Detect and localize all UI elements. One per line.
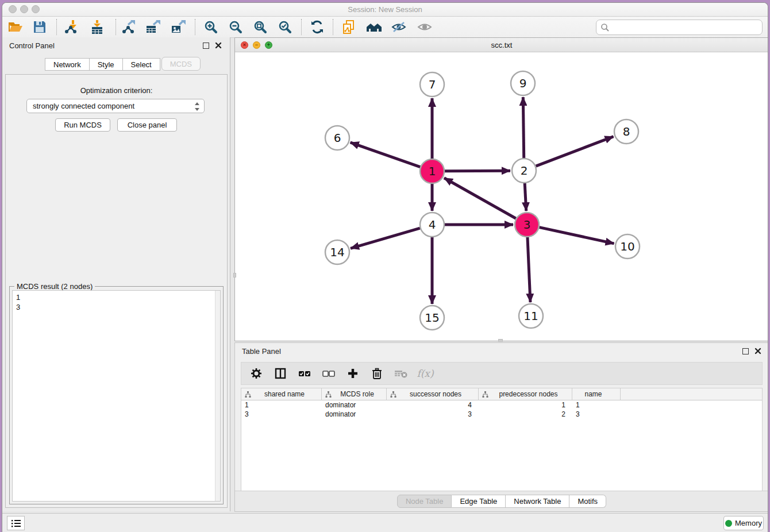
tab-node-table[interactable]: Node Table — [397, 495, 452, 508]
checked-boxes-icon — [298, 368, 311, 379]
import-table-icon — [90, 20, 105, 34]
delete-column-button[interactable] — [370, 367, 384, 380]
memory-status-dot — [725, 520, 732, 527]
table-options-button[interactable] — [249, 367, 263, 380]
table-panel: Table Panel — [234, 342, 768, 512]
save-disk-icon — [33, 20, 47, 34]
mcds-result-list[interactable]: 1 3 — [12, 290, 221, 502]
graph-node-label: 10 — [620, 240, 634, 253]
close-panel-button[interactable]: Close panel — [117, 118, 177, 132]
close-panel-icon[interactable] — [215, 42, 222, 49]
zoom-in-icon — [203, 20, 218, 34]
first-neighbors-button[interactable] — [365, 18, 383, 36]
hierarchy-icon — [325, 391, 332, 398]
memory-button[interactable]: Memory — [723, 516, 764, 530]
splitter-handle-vertical[interactable] — [233, 273, 236, 277]
import-table-button[interactable] — [88, 18, 106, 36]
search-input[interactable] — [610, 23, 762, 32]
graph-edge-2-8[interactable] — [536, 137, 614, 167]
graph-edge-1-2[interactable] — [445, 171, 510, 171]
task-history-button[interactable] — [7, 516, 25, 530]
fx-icon: f(x) — [417, 368, 433, 379]
network-view-window: × − + scc.txt 7968124314101511 — [234, 37, 768, 341]
delete-table-icon — [394, 368, 408, 379]
delete-table-button[interactable] — [394, 367, 408, 380]
export-network-button[interactable] — [120, 18, 137, 36]
zoom-fit-button[interactable] — [252, 18, 269, 36]
import-network-icon — [63, 20, 78, 34]
network-window-titlebar: × − + scc.txt — [235, 38, 768, 52]
mcds-result-groupbox: MCDS result (2 nodes) 1 3 — [9, 286, 224, 504]
optimization-criterion-value: strongly connected component — [33, 102, 134, 110]
column-header-mcds-role[interactable]: MCDS role — [322, 388, 387, 400]
table-toolbar: f(x) — [241, 362, 763, 385]
show-column-button[interactable] — [274, 367, 287, 380]
tab-mcds[interactable]: MCDS — [161, 57, 201, 71]
table-row[interactable]: 1 dominator 4 1 1 — [241, 400, 762, 410]
graph-node-label: 6 — [334, 131, 341, 145]
mcds-panel-body: Optimization criterion: strongly connect… — [5, 74, 228, 508]
open-session-button[interactable] — [7, 18, 24, 36]
deselect-all-button[interactable] — [322, 367, 336, 380]
table-panel-tabs: Node Table Edge Table Network Table Moti… — [235, 491, 768, 511]
close-table-panel-icon[interactable] — [754, 348, 761, 354]
hide-selected-button[interactable] — [390, 18, 407, 36]
refresh-view-button[interactable] — [309, 18, 326, 36]
graph-edge-3-10[interactable] — [539, 228, 614, 244]
clone-network-button[interactable] — [340, 18, 357, 36]
graph-node-label: 14 — [330, 245, 344, 259]
zoom-out-button[interactable] — [227, 18, 244, 36]
mcds-result-title: MCDS result (2 nodes) — [14, 282, 95, 291]
result-scrollbar[interactable] — [215, 291, 220, 501]
graph-node-label: 4 — [429, 218, 436, 232]
zoom-selected-button[interactable] — [276, 18, 294, 36]
optimization-criterion-select[interactable]: strongly connected component — [26, 99, 205, 113]
memory-label: Memory — [735, 519, 762, 527]
splitter-handle-horizontal[interactable] — [498, 339, 503, 342]
gear-icon — [251, 368, 262, 379]
float-panel-icon[interactable] — [203, 43, 209, 49]
float-table-panel-icon[interactable] — [742, 348, 749, 354]
graph-node-label: 11 — [523, 309, 538, 323]
tab-style[interactable]: Style — [90, 58, 123, 71]
graph-edge-3-1[interactable] — [444, 178, 516, 218]
tab-motifs[interactable]: Motifs — [569, 495, 606, 508]
network-canvas[interactable]: 7968124314101511 — [235, 52, 768, 341]
graph-edge-2-3[interactable] — [525, 183, 526, 211]
open-folder-icon — [8, 20, 23, 34]
control-panel: Control Panel Network Style Select MCDS … — [2, 37, 230, 511]
table-row[interactable]: 3 dominator 3 2 3 — [241, 410, 762, 419]
search-box[interactable] — [596, 20, 763, 35]
tab-edge-table[interactable]: Edge Table — [452, 495, 506, 508]
graph-edge-2-9[interactable] — [523, 97, 523, 158]
add-column-button[interactable] — [346, 367, 360, 380]
graph-edge-4-14[interactable] — [351, 228, 420, 248]
eye-icon — [417, 20, 433, 34]
graph-edge-3-11[interactable] — [528, 237, 530, 302]
zoom-fit-icon — [253, 20, 268, 34]
tab-network-table[interactable]: Network Table — [506, 495, 569, 508]
save-session-button[interactable] — [31, 18, 48, 36]
zoom-in-button[interactable] — [202, 18, 220, 36]
export-network-icon — [121, 20, 136, 34]
select-all-button[interactable] — [298, 367, 311, 380]
run-mcds-button[interactable]: Run MCDS — [55, 118, 110, 132]
import-network-button[interactable] — [62, 18, 79, 36]
column-header-successor-nodes[interactable]: successor nodes — [387, 388, 479, 400]
column-header-shared-name[interactable]: shared name — [241, 388, 322, 400]
apply-function-button[interactable]: f(x) — [418, 367, 432, 380]
tab-network[interactable]: Network — [45, 58, 90, 71]
graph-node-label: 3 — [523, 218, 531, 232]
columns-icon — [275, 368, 286, 379]
export-table-button[interactable] — [144, 18, 161, 36]
export-image-button[interactable] — [170, 18, 187, 36]
tab-select[interactable]: Select — [123, 58, 160, 71]
show-all-button[interactable] — [416, 18, 433, 36]
clone-network-icon — [341, 20, 356, 34]
graph-edge-1-6[interactable] — [351, 142, 421, 167]
column-header-name[interactable]: name — [572, 388, 621, 400]
zoom-selected-icon — [278, 20, 292, 34]
column-header-predecessor-nodes[interactable]: predecessor nodes — [479, 388, 572, 400]
hierarchy-icon — [390, 391, 396, 398]
node-table[interactable]: shared name MCDS role successor nodes pr… — [241, 388, 763, 491]
